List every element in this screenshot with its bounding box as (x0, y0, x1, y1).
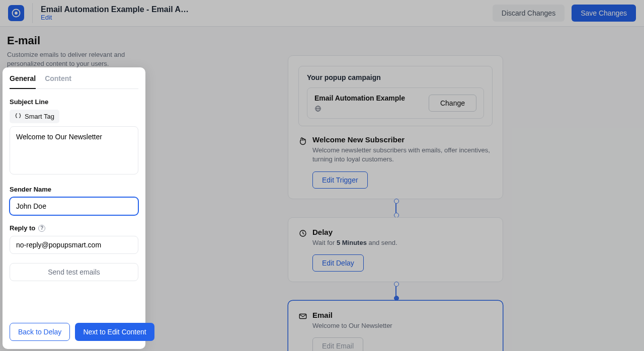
change-campaign-button[interactable]: Change (429, 95, 476, 112)
edit-email-button[interactable]: Edit Email (312, 337, 363, 351)
campaign-name: Email Automation Example (314, 94, 405, 102)
email-settings-panel: General Content Subject Line Smart Tag S… (3, 67, 145, 349)
next-to-content-button[interactable]: Next to Edit Content (75, 323, 154, 341)
back-to-delay-button[interactable]: Back to Delay (10, 323, 70, 341)
email-title: Email (312, 311, 493, 319)
edit-trigger-button[interactable]: Edit Trigger (312, 171, 368, 189)
connector-line (395, 201, 396, 215)
subject-label: Subject Line (10, 98, 138, 106)
campaign-card: Your popup campaign Email Automation Exa… (288, 55, 503, 199)
globe-icon (314, 104, 405, 112)
clock-icon (298, 229, 307, 238)
replyto-label: Reply to (10, 224, 35, 232)
send-test-button[interactable]: Send test emails (10, 263, 138, 281)
delay-desc-post: and send. (367, 239, 397, 246)
email-desc: Welcome to Our Newsletter (312, 321, 493, 330)
svg-point-1 (15, 12, 18, 15)
connector-line (395, 284, 396, 298)
header-divider (32, 3, 33, 23)
smart-tag-label: Smart Tag (25, 113, 54, 120)
section-subtitle: Customize emails to deliver relevant and… (7, 50, 133, 68)
tab-general[interactable]: General (10, 74, 36, 89)
app-logo[interactable] (8, 5, 24, 21)
flow-canvas: Your popup campaign Email Automation Exa… (288, 55, 503, 351)
sender-name-input[interactable] (10, 197, 138, 215)
mail-icon (298, 312, 307, 321)
campaign-label: Your popup campaign (307, 73, 484, 81)
discard-button[interactable]: Discard Changes (493, 5, 565, 22)
smart-tag-button[interactable]: Smart Tag (10, 110, 59, 123)
delay-desc: Wait for 5 Minutes and send. (312, 238, 493, 247)
delay-desc-pre: Wait for (312, 239, 337, 246)
section-title: E-mail (7, 34, 133, 47)
trigger-desc: Welcome newsletter subscribers with emai… (312, 146, 493, 164)
trigger-title: Welcome New Subscriber (312, 135, 493, 144)
edit-delay-button[interactable]: Edit Delay (312, 254, 364, 272)
delay-desc-value: 5 Minutes (337, 239, 367, 246)
braces-icon (15, 112, 22, 121)
replyto-input[interactable] (10, 236, 138, 254)
delay-card: Delay Wait for 5 Minutes and send. Edit … (288, 217, 503, 282)
tab-content[interactable]: Content (45, 74, 71, 89)
email-card: Email Welcome to Our Newsletter Edit Ema… (288, 300, 503, 351)
subject-input[interactable] (10, 126, 138, 174)
delay-title: Delay (312, 228, 493, 236)
edit-title-link[interactable]: Edit (41, 14, 493, 21)
help-icon[interactable]: ? (38, 225, 45, 232)
hand-icon (298, 136, 307, 145)
save-button[interactable]: Save Changes (572, 5, 636, 22)
page-title: Email Automation Example - Email A… (41, 5, 493, 14)
sender-label: Sender Name (10, 186, 138, 193)
